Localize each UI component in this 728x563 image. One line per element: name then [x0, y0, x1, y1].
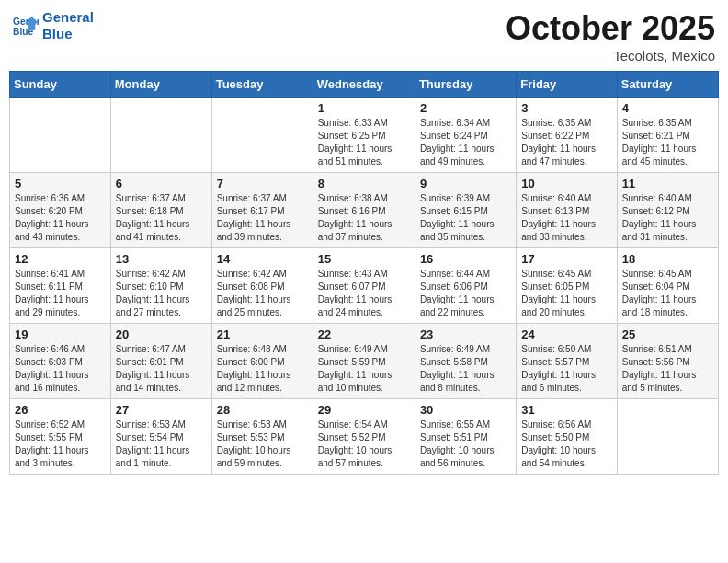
location-subtitle: Tecolots, Mexico — [506, 48, 715, 63]
page-header: General Blue General Blue October 2025 T… — [9, 9, 719, 63]
day-number: 7 — [217, 177, 308, 190]
header-friday: Friday — [517, 72, 617, 98]
day-info: Sunrise: 6:42 AM Sunset: 6:10 PM Dayligh… — [116, 268, 207, 319]
day-number: 19 — [15, 327, 106, 341]
day-info: Sunrise: 6:53 AM Sunset: 5:54 PM Dayligh… — [116, 419, 207, 470]
calendar-table: Sunday Monday Tuesday Wednesday Thursday… — [9, 71, 719, 475]
day-info: Sunrise: 6:49 AM Sunset: 5:59 PM Dayligh… — [318, 343, 410, 395]
day-number: 23 — [420, 327, 511, 341]
table-row: 24Sunrise: 6:50 AM Sunset: 5:57 PM Dayli… — [517, 324, 617, 399]
calendar-header-row: Sunday Monday Tuesday Wednesday Thursday… — [10, 72, 719, 98]
day-info: Sunrise: 6:51 AM Sunset: 5:56 PM Dayligh… — [622, 343, 713, 395]
day-number: 8 — [318, 177, 410, 190]
day-info: Sunrise: 6:39 AM Sunset: 6:15 PM Dayligh… — [420, 192, 511, 244]
day-info: Sunrise: 6:52 AM Sunset: 5:55 PM Dayligh… — [15, 419, 106, 470]
table-row: 10Sunrise: 6:40 AM Sunset: 6:13 PM Dayli… — [517, 173, 617, 248]
day-info: Sunrise: 6:54 AM Sunset: 5:52 PM Dayligh… — [318, 419, 410, 470]
day-info: Sunrise: 6:44 AM Sunset: 6:06 PM Dayligh… — [420, 268, 511, 319]
calendar-week-row: 1Sunrise: 6:33 AM Sunset: 6:25 PM Daylig… — [10, 98, 719, 173]
day-number: 10 — [521, 177, 611, 190]
day-info: Sunrise: 6:35 AM Sunset: 6:21 PM Dayligh… — [622, 117, 713, 168]
table-row: 4Sunrise: 6:35 AM Sunset: 6:21 PM Daylig… — [617, 98, 718, 173]
day-info: Sunrise: 6:56 AM Sunset: 5:50 PM Dayligh… — [521, 419, 611, 470]
day-info: Sunrise: 6:35 AM Sunset: 6:22 PM Dayligh… — [521, 117, 611, 168]
table-row: 12Sunrise: 6:41 AM Sunset: 6:11 PM Dayli… — [10, 248, 111, 324]
table-row: 11Sunrise: 6:40 AM Sunset: 6:12 PM Dayli… — [617, 173, 718, 248]
table-row: 30Sunrise: 6:55 AM Sunset: 5:51 PM Dayli… — [415, 399, 516, 475]
logo-line2: Blue — [42, 26, 73, 41]
day-info: Sunrise: 6:53 AM Sunset: 5:53 PM Dayligh… — [217, 419, 308, 470]
logo-line1: General — [42, 9, 94, 25]
day-number: 3 — [521, 101, 611, 115]
day-info: Sunrise: 6:47 AM Sunset: 6:01 PM Dayligh… — [116, 343, 207, 395]
table-row: 5Sunrise: 6:36 AM Sunset: 6:20 PM Daylig… — [10, 173, 111, 248]
header-saturday: Saturday — [617, 72, 718, 98]
table-row: 19Sunrise: 6:46 AM Sunset: 6:03 PM Dayli… — [10, 324, 111, 399]
table-row: 14Sunrise: 6:42 AM Sunset: 6:08 PM Dayli… — [211, 248, 313, 324]
day-info: Sunrise: 6:45 AM Sunset: 6:04 PM Dayligh… — [622, 268, 713, 319]
day-info: Sunrise: 6:34 AM Sunset: 6:24 PM Dayligh… — [420, 117, 511, 168]
day-number: 11 — [622, 177, 713, 190]
day-number: 14 — [217, 252, 308, 266]
day-number: 28 — [217, 403, 308, 417]
day-number: 2 — [420, 101, 511, 115]
day-number: 18 — [622, 252, 713, 266]
day-info: Sunrise: 6:38 AM Sunset: 6:16 PM Dayligh… — [318, 192, 410, 244]
table-row: 7Sunrise: 6:37 AM Sunset: 6:17 PM Daylig… — [211, 173, 313, 248]
table-row: 3Sunrise: 6:35 AM Sunset: 6:22 PM Daylig… — [517, 98, 617, 173]
month-title: October 2025 — [506, 9, 715, 48]
table-row: 27Sunrise: 6:53 AM Sunset: 5:54 PM Dayli… — [110, 399, 211, 475]
day-number: 6 — [116, 177, 207, 190]
header-monday: Monday — [110, 72, 211, 98]
day-info: Sunrise: 6:36 AM Sunset: 6:20 PM Dayligh… — [15, 192, 106, 244]
table-row: 28Sunrise: 6:53 AM Sunset: 5:53 PM Dayli… — [211, 399, 313, 475]
table-row: 26Sunrise: 6:52 AM Sunset: 5:55 PM Dayli… — [10, 399, 111, 475]
day-number: 22 — [318, 327, 410, 341]
table-row: 22Sunrise: 6:49 AM Sunset: 5:59 PM Dayli… — [313, 324, 415, 399]
day-info: Sunrise: 6:45 AM Sunset: 6:05 PM Dayligh… — [521, 268, 611, 319]
table-row: 18Sunrise: 6:45 AM Sunset: 6:04 PM Dayli… — [617, 248, 718, 324]
logo: General Blue General Blue — [13, 9, 94, 42]
table-row: 17Sunrise: 6:45 AM Sunset: 6:05 PM Dayli… — [517, 248, 617, 324]
logo-icon: General Blue — [13, 13, 39, 39]
table-row: 9Sunrise: 6:39 AM Sunset: 6:15 PM Daylig… — [415, 173, 516, 248]
day-info: Sunrise: 6:40 AM Sunset: 6:13 PM Dayligh… — [521, 192, 611, 244]
day-info: Sunrise: 6:33 AM Sunset: 6:25 PM Dayligh… — [318, 117, 410, 168]
day-info: Sunrise: 6:40 AM Sunset: 6:12 PM Dayligh… — [622, 192, 713, 244]
calendar-week-row: 5Sunrise: 6:36 AM Sunset: 6:20 PM Daylig… — [10, 173, 719, 248]
day-number: 16 — [420, 252, 511, 266]
table-row: 6Sunrise: 6:37 AM Sunset: 6:18 PM Daylig… — [110, 173, 211, 248]
day-info: Sunrise: 6:41 AM Sunset: 6:11 PM Dayligh… — [15, 268, 106, 319]
day-number: 25 — [622, 327, 713, 341]
day-number: 12 — [15, 252, 106, 266]
day-number: 9 — [420, 177, 511, 190]
table-row — [110, 98, 211, 173]
day-number: 15 — [318, 252, 410, 266]
day-info: Sunrise: 6:49 AM Sunset: 5:58 PM Dayligh… — [420, 343, 511, 395]
day-info: Sunrise: 6:50 AM Sunset: 5:57 PM Dayligh… — [521, 343, 611, 395]
header-wednesday: Wednesday — [313, 72, 415, 98]
day-number: 31 — [521, 403, 611, 417]
table-row: 2Sunrise: 6:34 AM Sunset: 6:24 PM Daylig… — [415, 98, 516, 173]
table-row: 31Sunrise: 6:56 AM Sunset: 5:50 PM Dayli… — [517, 399, 617, 475]
calendar-week-row: 26Sunrise: 6:52 AM Sunset: 5:55 PM Dayli… — [10, 399, 719, 475]
day-info: Sunrise: 6:46 AM Sunset: 6:03 PM Dayligh… — [15, 343, 106, 395]
day-info: Sunrise: 6:48 AM Sunset: 6:00 PM Dayligh… — [217, 343, 308, 395]
table-row: 15Sunrise: 6:43 AM Sunset: 6:07 PM Dayli… — [313, 248, 415, 324]
table-row: 1Sunrise: 6:33 AM Sunset: 6:25 PM Daylig… — [313, 98, 415, 173]
table-row: 23Sunrise: 6:49 AM Sunset: 5:58 PM Dayli… — [415, 324, 516, 399]
table-row: 29Sunrise: 6:54 AM Sunset: 5:52 PM Dayli… — [313, 399, 415, 475]
day-info: Sunrise: 6:42 AM Sunset: 6:08 PM Dayligh… — [217, 268, 308, 319]
day-number: 27 — [116, 403, 207, 417]
day-number: 13 — [116, 252, 207, 266]
table-row — [10, 98, 111, 173]
day-number: 26 — [15, 403, 106, 417]
table-row: 20Sunrise: 6:47 AM Sunset: 6:01 PM Dayli… — [110, 324, 211, 399]
table-row: 25Sunrise: 6:51 AM Sunset: 5:56 PM Dayli… — [617, 324, 718, 399]
day-number: 4 — [622, 101, 713, 115]
day-info: Sunrise: 6:43 AM Sunset: 6:07 PM Dayligh… — [318, 268, 410, 319]
table-row: 8Sunrise: 6:38 AM Sunset: 6:16 PM Daylig… — [313, 173, 415, 248]
day-info: Sunrise: 6:37 AM Sunset: 6:18 PM Dayligh… — [116, 192, 207, 244]
day-number: 21 — [217, 327, 308, 341]
header-tuesday: Tuesday — [211, 72, 313, 98]
